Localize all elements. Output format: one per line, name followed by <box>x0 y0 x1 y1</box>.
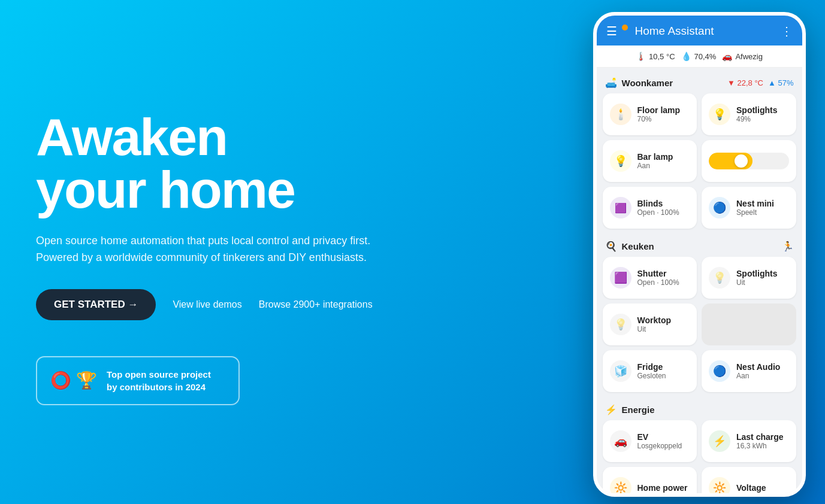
voltage-icon-wrap: 🔆 <box>709 477 730 493</box>
room-woonkamer-label: Woonkamer <box>622 78 673 88</box>
more-options-icon[interactable]: ⋮ <box>781 24 793 38</box>
floor-lamp-info: Floor lamp 70% <box>637 105 690 123</box>
shutter-status: Open · 100% <box>637 278 690 287</box>
floor-lamp-status: 70% <box>637 115 690 123</box>
device-spotlights-keuk[interactable]: 💡 Spotlights Uit <box>702 257 796 299</box>
worktop-status: Uit <box>637 325 690 333</box>
room-woonkamer-devices: 🕯️ Floor lamp 70% 💡 <box>603 93 796 229</box>
nest-mini-info: Nest mini Speelt <box>736 199 789 217</box>
energy-icon: ⚡ <box>605 404 617 415</box>
spotlights-woon-status: 49% <box>736 115 789 123</box>
room-keuken-label: Keuken <box>622 241 654 251</box>
trophy-icon: 🏆 <box>76 371 97 390</box>
floor-lamp-name: Floor lamp <box>637 105 690 115</box>
device-spotlights-woon[interactable]: 💡 Spotlights 49% <box>702 93 796 135</box>
fridge-icon-wrap: 🧊 <box>610 360 631 382</box>
phone-container: ☰ Home Assistant ⋮ 🌡️ 10,5 °C 💧 70,4% 🚗 … <box>585 0 825 504</box>
device-blinds[interactable]: 🟪 Blinds Open · 100% <box>603 187 697 229</box>
temperature-status: 🌡️ 10,5 °C <box>636 51 675 61</box>
phone-app-title: Home Assistant <box>635 25 775 38</box>
device-home-power[interactable]: 🔆 Home power <box>603 467 697 493</box>
candle-icon: 🕯️ <box>614 108 627 121</box>
ev-icon-wrap: 🚗 <box>610 430 631 452</box>
nest-audio-status: Aan <box>736 372 789 380</box>
badge-box: ⭕ 🏆 Top open source project by contribut… <box>36 356 240 405</box>
device-bar-lamp[interactable]: 💡 Bar lamp Aan <box>603 140 697 182</box>
room-energie-devices: 🚗 EV Losgekoppeld ⚡ <box>603 420 796 493</box>
shutter-icon-wrap: 🟪 <box>610 267 631 289</box>
voltage-name: Voltage <box>736 483 789 493</box>
phone-header: ☰ Home Assistant ⋮ <box>597 16 802 45</box>
room-keuken-title-group: 🍳 Keuken <box>605 241 654 252</box>
hero-subtitle: Open source home automation that puts lo… <box>36 233 371 266</box>
device-last-charge[interactable]: ⚡ Last charge 16,3 kWh <box>702 420 796 462</box>
get-started-button[interactable]: GET STARTED → <box>36 289 156 320</box>
fridge-info: Fridge Gesloten <box>637 362 690 380</box>
menu-icon[interactable]: ☰ <box>606 24 617 38</box>
bar-lamp-name: Bar lamp <box>637 152 690 162</box>
shutter-icon: 🟪 <box>614 271 627 284</box>
badge-line1: Top open source project <box>107 369 211 379</box>
device-worktop[interactable]: 💡 Worktop Uit <box>603 303 697 345</box>
home-power-name: Home power <box>637 483 690 493</box>
shutter-info: Shutter Open · 100% <box>637 269 690 287</box>
device-fridge[interactable]: 🧊 Fridge Gesloten <box>603 350 697 392</box>
ev-icon: 🚗 <box>614 435 627 448</box>
presence-status: 🚗 Afwezig <box>722 51 763 61</box>
badge-text: Top open source project by contributors … <box>107 368 211 393</box>
spotlight-icon: 💡 <box>713 108 726 121</box>
room-woonkamer-humidity: ▲ 57% <box>768 78 794 87</box>
last-charge-icon-wrap: ⚡ <box>709 430 730 452</box>
bar-lamp-status: Aan <box>637 162 690 170</box>
humidity-value: 70,4% <box>694 52 717 61</box>
nest-audio-icon-wrap: 🔵 <box>709 360 730 382</box>
notification-dot-wrapper <box>623 28 629 34</box>
room-energie-label: Energie <box>622 405 655 415</box>
device-nest-mini[interactable]: 🔵 Nest mini Speelt <box>702 187 796 229</box>
home-power-icon: 🔆 <box>614 481 627 493</box>
floor-lamp-icon-wrap: 🕯️ <box>610 104 631 125</box>
room-energie-title-group: ⚡ Energie <box>605 404 655 415</box>
phone-content[interactable]: 🛋️ Woonkamer ▼ 22,8 °C ▲ 57% 🕯️ <box>597 68 802 493</box>
browse-integrations-link[interactable]: Browse 2900+ integrations <box>259 299 373 310</box>
fridge-icon: 🧊 <box>614 365 627 378</box>
blinds-info: Blinds Open · 100% <box>637 199 690 217</box>
spotlight-off-icon: 💡 <box>713 271 726 284</box>
worktop-icon: 💡 <box>614 318 627 331</box>
thermometer-icon: 🌡️ <box>636 51 646 61</box>
spotlights-keuk-status: Uit <box>736 278 789 287</box>
home-power-icon-wrap: 🔆 <box>610 477 631 493</box>
sofa-icon: 🛋️ <box>605 77 617 89</box>
room-energie: ⚡ Energie 🚗 EV Losgekoppeld <box>603 400 796 493</box>
device-voltage[interactable]: 🔆 Voltage <box>702 467 796 493</box>
humidity-icon: 💧 <box>681 51 691 61</box>
blinds-icon: 🟪 <box>615 202 627 214</box>
nest-audio-name: Nest Audio <box>736 362 789 372</box>
ev-name: EV <box>637 432 690 442</box>
slider-woon-handle <box>735 154 748 168</box>
badge-line2: by contributors in 2024 <box>107 382 206 392</box>
ev-status: Losgekoppeld <box>637 442 690 450</box>
view-demos-link[interactable]: View live demos <box>173 299 241 310</box>
device-ev[interactable]: 🚗 EV Losgekoppeld <box>603 420 697 462</box>
fridge-name: Fridge <box>637 362 690 372</box>
device-slider-keuk[interactable] <box>702 303 796 345</box>
speaker-icon: 🔵 <box>713 201 726 214</box>
phone-mockup: ☰ Home Assistant ⋮ 🌡️ 10,5 °C 💧 70,4% 🚗 … <box>593 12 806 497</box>
hero-actions: GET STARTED → View live demos Browse 290… <box>36 289 549 320</box>
slider-woon-fill <box>709 153 753 169</box>
device-slider-woon[interactable] <box>702 140 796 182</box>
last-charge-name: Last charge <box>736 432 789 442</box>
worktop-icon-wrap: 💡 <box>610 314 631 335</box>
voltage-info: Voltage <box>736 483 789 493</box>
device-floor-lamp[interactable]: 🕯️ Floor lamp 70% <box>603 93 697 135</box>
room-energie-header: ⚡ Energie <box>603 400 796 420</box>
room-keuken: 🍳 Keuken 🏃 🟪 Shutter <box>603 237 796 392</box>
ev-info: EV Losgekoppeld <box>637 432 690 450</box>
device-nest-audio[interactable]: 🔵 Nest Audio Aan <box>702 350 796 392</box>
device-shutter[interactable]: 🟪 Shutter Open · 100% <box>603 257 697 299</box>
github-icon: ⭕ <box>50 371 71 390</box>
nest-mini-status: Speelt <box>736 208 789 217</box>
room-keuken-header: 🍳 Keuken 🏃 <box>603 237 796 257</box>
room-woonkamer-header: 🛋️ Woonkamer ▼ 22,8 °C ▲ 57% <box>603 74 796 93</box>
